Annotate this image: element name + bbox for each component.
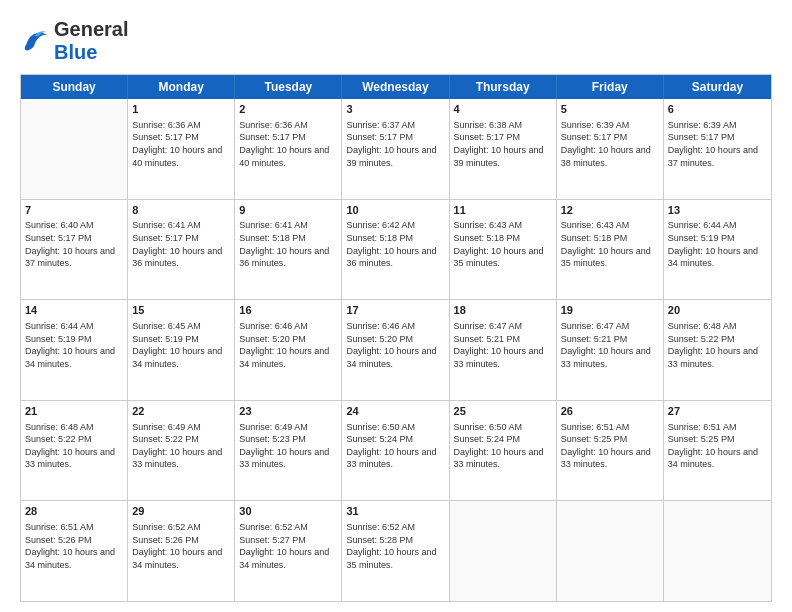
cell-info: Sunrise: 6:44 AMSunset: 5:19 PMDaylight:… xyxy=(25,320,123,370)
cell-info: Sunrise: 6:46 AMSunset: 5:20 PMDaylight:… xyxy=(346,320,444,370)
cell-info: Sunrise: 6:37 AMSunset: 5:17 PMDaylight:… xyxy=(346,119,444,169)
calendar-cell: 20Sunrise: 6:48 AMSunset: 5:22 PMDayligh… xyxy=(664,300,771,400)
header-day-monday: Monday xyxy=(128,75,235,99)
calendar-cell: 8Sunrise: 6:41 AMSunset: 5:17 PMDaylight… xyxy=(128,200,235,300)
calendar-cell: 2Sunrise: 6:36 AMSunset: 5:17 PMDaylight… xyxy=(235,99,342,199)
page: General Blue SundayMondayTuesdayWednesda… xyxy=(0,0,792,612)
calendar-cell: 5Sunrise: 6:39 AMSunset: 5:17 PMDaylight… xyxy=(557,99,664,199)
cell-info: Sunrise: 6:52 AMSunset: 5:26 PMDaylight:… xyxy=(132,521,230,571)
calendar-header-row: SundayMondayTuesdayWednesdayThursdayFrid… xyxy=(21,75,771,99)
day-number: 8 xyxy=(132,203,230,218)
calendar-cell: 13Sunrise: 6:44 AMSunset: 5:19 PMDayligh… xyxy=(664,200,771,300)
cell-info: Sunrise: 6:36 AMSunset: 5:17 PMDaylight:… xyxy=(239,119,337,169)
header-day-sunday: Sunday xyxy=(21,75,128,99)
cell-info: Sunrise: 6:50 AMSunset: 5:24 PMDaylight:… xyxy=(454,421,552,471)
cell-info: Sunrise: 6:49 AMSunset: 5:23 PMDaylight:… xyxy=(239,421,337,471)
calendar-cell: 9Sunrise: 6:41 AMSunset: 5:18 PMDaylight… xyxy=(235,200,342,300)
cell-info: Sunrise: 6:44 AMSunset: 5:19 PMDaylight:… xyxy=(668,219,767,269)
day-number: 2 xyxy=(239,102,337,117)
header: General Blue xyxy=(20,18,772,64)
day-number: 26 xyxy=(561,404,659,419)
calendar-row-5: 28Sunrise: 6:51 AMSunset: 5:26 PMDayligh… xyxy=(21,500,771,601)
cell-info: Sunrise: 6:43 AMSunset: 5:18 PMDaylight:… xyxy=(454,219,552,269)
header-day-tuesday: Tuesday xyxy=(235,75,342,99)
calendar-cell: 29Sunrise: 6:52 AMSunset: 5:26 PMDayligh… xyxy=(128,501,235,601)
day-number: 1 xyxy=(132,102,230,117)
calendar-cell: 24Sunrise: 6:50 AMSunset: 5:24 PMDayligh… xyxy=(342,401,449,501)
calendar-cell: 12Sunrise: 6:43 AMSunset: 5:18 PMDayligh… xyxy=(557,200,664,300)
cell-info: Sunrise: 6:41 AMSunset: 5:18 PMDaylight:… xyxy=(239,219,337,269)
cell-info: Sunrise: 6:48 AMSunset: 5:22 PMDaylight:… xyxy=(25,421,123,471)
calendar-cell: 4Sunrise: 6:38 AMSunset: 5:17 PMDaylight… xyxy=(450,99,557,199)
calendar-cell xyxy=(21,99,128,199)
logo-blue: Blue xyxy=(54,41,97,63)
cell-info: Sunrise: 6:52 AMSunset: 5:28 PMDaylight:… xyxy=(346,521,444,571)
cell-info: Sunrise: 6:39 AMSunset: 5:17 PMDaylight:… xyxy=(668,119,767,169)
calendar-cell: 25Sunrise: 6:50 AMSunset: 5:24 PMDayligh… xyxy=(450,401,557,501)
cell-info: Sunrise: 6:42 AMSunset: 5:18 PMDaylight:… xyxy=(346,219,444,269)
day-number: 30 xyxy=(239,504,337,519)
cell-info: Sunrise: 6:48 AMSunset: 5:22 PMDaylight:… xyxy=(668,320,767,370)
cell-info: Sunrise: 6:49 AMSunset: 5:22 PMDaylight:… xyxy=(132,421,230,471)
cell-info: Sunrise: 6:36 AMSunset: 5:17 PMDaylight:… xyxy=(132,119,230,169)
day-number: 20 xyxy=(668,303,767,318)
cell-info: Sunrise: 6:40 AMSunset: 5:17 PMDaylight:… xyxy=(25,219,123,269)
calendar-row-1: 1Sunrise: 6:36 AMSunset: 5:17 PMDaylight… xyxy=(21,99,771,199)
calendar-cell: 23Sunrise: 6:49 AMSunset: 5:23 PMDayligh… xyxy=(235,401,342,501)
calendar-cell: 11Sunrise: 6:43 AMSunset: 5:18 PMDayligh… xyxy=(450,200,557,300)
header-day-saturday: Saturday xyxy=(664,75,771,99)
calendar-row-2: 7Sunrise: 6:40 AMSunset: 5:17 PMDaylight… xyxy=(21,199,771,300)
day-number: 11 xyxy=(454,203,552,218)
cell-info: Sunrise: 6:45 AMSunset: 5:19 PMDaylight:… xyxy=(132,320,230,370)
cell-info: Sunrise: 6:38 AMSunset: 5:17 PMDaylight:… xyxy=(454,119,552,169)
day-number: 16 xyxy=(239,303,337,318)
day-number: 4 xyxy=(454,102,552,117)
cell-info: Sunrise: 6:52 AMSunset: 5:27 PMDaylight:… xyxy=(239,521,337,571)
logo-icon xyxy=(20,27,50,55)
calendar-cell: 14Sunrise: 6:44 AMSunset: 5:19 PMDayligh… xyxy=(21,300,128,400)
day-number: 6 xyxy=(668,102,767,117)
calendar-cell: 26Sunrise: 6:51 AMSunset: 5:25 PMDayligh… xyxy=(557,401,664,501)
day-number: 12 xyxy=(561,203,659,218)
calendar-cell xyxy=(557,501,664,601)
day-number: 24 xyxy=(346,404,444,419)
calendar-row-3: 14Sunrise: 6:44 AMSunset: 5:19 PMDayligh… xyxy=(21,299,771,400)
calendar-cell xyxy=(450,501,557,601)
calendar-cell: 22Sunrise: 6:49 AMSunset: 5:22 PMDayligh… xyxy=(128,401,235,501)
calendar-cell: 30Sunrise: 6:52 AMSunset: 5:27 PMDayligh… xyxy=(235,501,342,601)
cell-info: Sunrise: 6:47 AMSunset: 5:21 PMDaylight:… xyxy=(454,320,552,370)
header-day-friday: Friday xyxy=(557,75,664,99)
day-number: 21 xyxy=(25,404,123,419)
calendar-cell: 16Sunrise: 6:46 AMSunset: 5:20 PMDayligh… xyxy=(235,300,342,400)
calendar-row-4: 21Sunrise: 6:48 AMSunset: 5:22 PMDayligh… xyxy=(21,400,771,501)
day-number: 14 xyxy=(25,303,123,318)
cell-info: Sunrise: 6:43 AMSunset: 5:18 PMDaylight:… xyxy=(561,219,659,269)
calendar-cell: 3Sunrise: 6:37 AMSunset: 5:17 PMDaylight… xyxy=(342,99,449,199)
cell-info: Sunrise: 6:46 AMSunset: 5:20 PMDaylight:… xyxy=(239,320,337,370)
calendar-cell: 21Sunrise: 6:48 AMSunset: 5:22 PMDayligh… xyxy=(21,401,128,501)
calendar: SundayMondayTuesdayWednesdayThursdayFrid… xyxy=(20,74,772,602)
calendar-cell: 17Sunrise: 6:46 AMSunset: 5:20 PMDayligh… xyxy=(342,300,449,400)
calendar-cell: 15Sunrise: 6:45 AMSunset: 5:19 PMDayligh… xyxy=(128,300,235,400)
logo: General Blue xyxy=(20,18,128,64)
logo-general: General xyxy=(54,18,128,40)
day-number: 23 xyxy=(239,404,337,419)
header-day-thursday: Thursday xyxy=(450,75,557,99)
cell-info: Sunrise: 6:51 AMSunset: 5:26 PMDaylight:… xyxy=(25,521,123,571)
day-number: 15 xyxy=(132,303,230,318)
calendar-cell: 28Sunrise: 6:51 AMSunset: 5:26 PMDayligh… xyxy=(21,501,128,601)
calendar-cell: 18Sunrise: 6:47 AMSunset: 5:21 PMDayligh… xyxy=(450,300,557,400)
day-number: 10 xyxy=(346,203,444,218)
day-number: 9 xyxy=(239,203,337,218)
calendar-cell xyxy=(664,501,771,601)
cell-info: Sunrise: 6:39 AMSunset: 5:17 PMDaylight:… xyxy=(561,119,659,169)
day-number: 18 xyxy=(454,303,552,318)
cell-info: Sunrise: 6:51 AMSunset: 5:25 PMDaylight:… xyxy=(561,421,659,471)
calendar-cell: 31Sunrise: 6:52 AMSunset: 5:28 PMDayligh… xyxy=(342,501,449,601)
day-number: 5 xyxy=(561,102,659,117)
day-number: 3 xyxy=(346,102,444,117)
day-number: 29 xyxy=(132,504,230,519)
day-number: 25 xyxy=(454,404,552,419)
cell-info: Sunrise: 6:50 AMSunset: 5:24 PMDaylight:… xyxy=(346,421,444,471)
calendar-cell: 10Sunrise: 6:42 AMSunset: 5:18 PMDayligh… xyxy=(342,200,449,300)
